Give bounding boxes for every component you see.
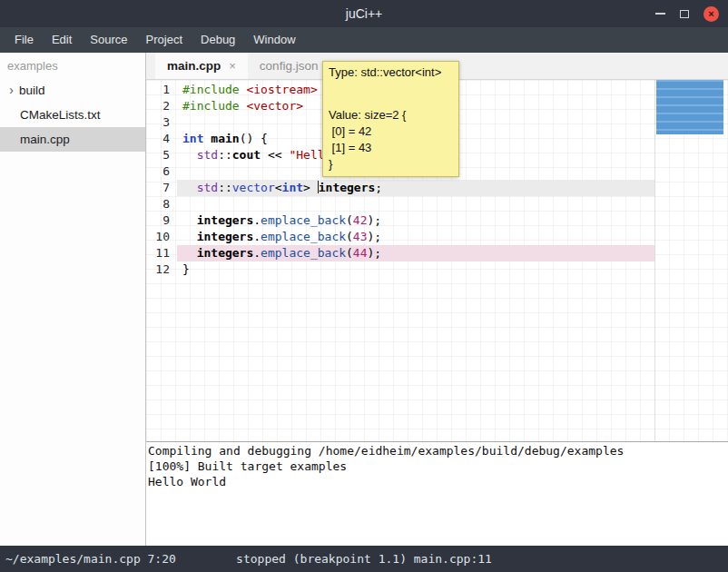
right-margin-line	[654, 80, 655, 441]
line-number: 7	[146, 180, 177, 196]
line-code	[177, 196, 654, 212]
line-number: 1	[146, 82, 177, 98]
output-line: [100%] Built target examples	[148, 459, 726, 474]
line-number: 8	[146, 196, 177, 212]
tab-label: config.json	[260, 59, 319, 73]
line-number: 9	[146, 212, 177, 229]
tree-item-main.cpp[interactable]: main.cpp	[0, 127, 145, 152]
code-line-10[interactable]: 10 integers.emplace_back(43);	[146, 229, 728, 245]
line-number: 2	[146, 98, 177, 114]
debug-value-tooltip: Type: std::vector<int> Value: size=2 { […	[322, 61, 459, 177]
tree-item-label: CMakeLists.txt	[20, 103, 101, 127]
menu-item-file[interactable]: File	[5, 27, 43, 53]
tooltip-type-line: Type: std::vector<int>	[329, 65, 453, 80]
tab-main.cpp[interactable]: main.cpp×	[155, 53, 248, 79]
line-code: integers.emplace_back(44);	[177, 245, 654, 261]
window-title: juCi++	[0, 6, 728, 21]
window-controls: ×	[655, 0, 719, 27]
code-line-7[interactable]: 7 std::vector<int> integers;	[146, 180, 728, 196]
menu-item-debug[interactable]: Debug	[192, 27, 244, 53]
tooltip-gap	[329, 80, 453, 107]
menu-bar: FileEditSourceProjectDebugWindow	[0, 27, 728, 53]
status-file-position: ~/examples/main.cpp 7:20	[5, 552, 176, 566]
line-code: integers.emplace_back(42);	[177, 212, 654, 229]
line-number: 11	[146, 245, 177, 261]
code-line-8[interactable]: 8	[146, 196, 728, 212]
line-number: 10	[146, 229, 177, 245]
line-number: 5	[146, 147, 177, 163]
chevron-right-icon[interactable]: ›	[4, 78, 19, 103]
output-line: Compiling and debugging /home/eidheim/ex…	[148, 443, 726, 459]
status-debug-state: stopped (breakpoint 1.1) main.cpp:11	[236, 552, 492, 566]
tooltip-value: Value: size=2 { [0] = 42 [1] = 43}	[329, 107, 453, 173]
tree-item-label: build	[19, 78, 45, 103]
line-code: }	[177, 261, 654, 278]
output-line: Hello World	[148, 474, 726, 489]
menu-item-project[interactable]: Project	[137, 27, 192, 53]
project-name: examples	[0, 53, 145, 78]
line-number: 6	[146, 163, 177, 180]
status-bar: ~/examples/main.cpp 7:20 stopped (breakp…	[0, 546, 728, 572]
file-tree: ›buildCMakeLists.txtmain.cpp	[0, 78, 145, 152]
line-number: 12	[146, 261, 177, 278]
scroll-overview[interactable]	[656, 80, 723, 134]
menu-item-window[interactable]: Window	[244, 27, 304, 53]
tree-item-CMakeLists.txt[interactable]: CMakeLists.txt	[0, 103, 145, 127]
line-number: 4	[146, 131, 177, 147]
menu-item-edit[interactable]: Edit	[43, 27, 81, 53]
line-number: 3	[146, 114, 177, 131]
menu-item-source[interactable]: Source	[81, 27, 136, 53]
file-browser: examples ›buildCMakeLists.txtmain.cpp	[0, 53, 146, 546]
code-line-11[interactable]: 11 integers.emplace_back(44);	[146, 245, 728, 261]
code-line-12[interactable]: 12}	[146, 261, 728, 278]
title-bar: juCi++ ×	[0, 0, 728, 27]
code-line-9[interactable]: 9 integers.emplace_back(42);	[146, 212, 728, 229]
restore-icon[interactable]	[680, 10, 689, 18]
line-code: integers.emplace_back(43);	[177, 229, 654, 245]
line-code: std::vector<int> integers;	[177, 180, 654, 196]
tab-label: main.cpp	[167, 59, 221, 73]
output-panel[interactable]: Compiling and debugging /home/eidheim/ex…	[146, 441, 728, 546]
minimize-icon[interactable]	[655, 13, 665, 15]
close-icon[interactable]: ×	[703, 6, 719, 22]
tab-close-icon[interactable]: ×	[229, 59, 236, 73]
tree-item-label: main.cpp	[20, 127, 70, 152]
tree-item-build[interactable]: ›build	[0, 78, 145, 103]
